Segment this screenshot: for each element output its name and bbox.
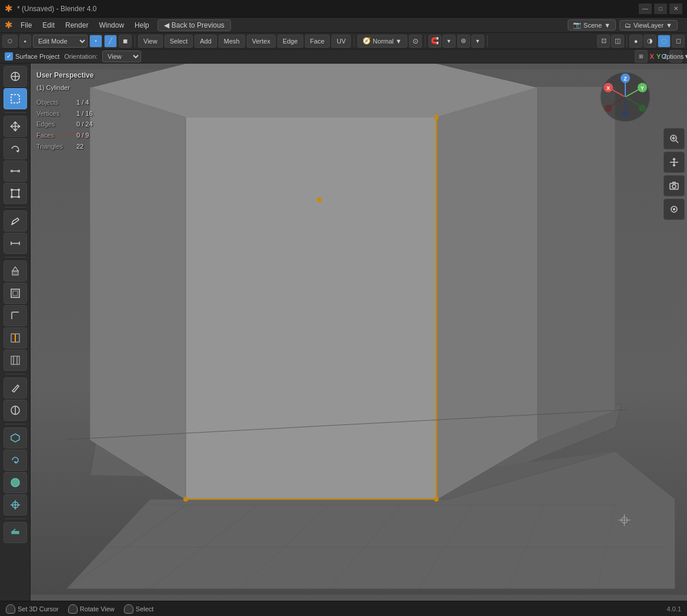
- material-shading-btn[interactable]: ◑: [644, 35, 656, 48]
- mesh-menu[interactable]: Mesh: [219, 35, 245, 48]
- scene-selector[interactable]: 📷 Scene ▼: [568, 19, 616, 31]
- svg-rect-19: [13, 291, 18, 296]
- gizmo-toggle-btn[interactable]: ⊞: [635, 50, 648, 63]
- knife-tool-btn[interactable]: [4, 377, 27, 399]
- solid-shading-btn[interactable]: ●: [629, 35, 642, 48]
- offset-edge-tool-btn[interactable]: [4, 350, 27, 371]
- shear-tool-btn[interactable]: [4, 522, 27, 543]
- options-btn[interactable]: Options ▼: [669, 50, 682, 63]
- poly-build-tool-btn[interactable]: [4, 427, 27, 448]
- title-text: * (Unsaved) - Blender 4.0: [17, 5, 96, 13]
- menu-render[interactable]: Render: [61, 20, 93, 31]
- version-label: 4.0.1: [667, 605, 681, 612]
- svg-rect-18: [11, 289, 19, 297]
- svg-text:Y: Y: [641, 85, 644, 91]
- svg-text:X: X: [606, 85, 610, 91]
- inset-tool-btn[interactable]: [4, 283, 27, 304]
- move-tool-btn[interactable]: [4, 116, 27, 137]
- vertex-menu[interactable]: Vertex: [247, 35, 276, 48]
- render-btn[interactable]: [663, 199, 685, 220]
- overlays-btn[interactable]: ⊡: [597, 35, 610, 48]
- menu-help[interactable]: Help: [130, 20, 154, 31]
- toolbar-sep-3: [5, 257, 26, 257]
- surface-project-label: Surface Project: [15, 53, 59, 60]
- svg-point-59: [434, 497, 438, 501]
- vertex-select-mode-btn[interactable]: •: [89, 35, 102, 48]
- menu-window[interactable]: Window: [94, 20, 129, 31]
- svg-rect-16: [12, 271, 18, 275]
- xray-toggle-btn[interactable]: ◫: [611, 35, 624, 48]
- surface-project-checkbox[interactable]: ✓: [5, 52, 13, 61]
- back-arrow-icon: ◀: [164, 21, 169, 29]
- svg-line-40: [66, 505, 186, 588]
- uv-menu[interactable]: UV: [331, 35, 351, 48]
- viewlayer-dropdown-icon: ▼: [666, 22, 672, 29]
- viewlayer-icon: 🗂: [625, 22, 631, 29]
- maximize-button[interactable]: □: [654, 4, 667, 14]
- viewport-3d[interactable]: User Perspective (1) Cylinder Objects 1 …: [31, 63, 687, 601]
- measure-tool-btn[interactable]: [4, 233, 27, 254]
- faces-label: Faces: [36, 130, 72, 141]
- cursor-tool-btn[interactable]: [4, 66, 27, 87]
- main-layout: User Perspective (1) Cylinder Objects 1 …: [0, 63, 687, 601]
- wireframe-shading-btn[interactable]: ◻: [672, 35, 685, 48]
- svg-point-75: [621, 517, 627, 523]
- minimize-button[interactable]: —: [639, 4, 652, 14]
- proportional-settings-btn[interactable]: ▼: [471, 35, 484, 48]
- edge-select-mode-btn[interactable]: ╱: [104, 35, 117, 48]
- rotate-tool-btn[interactable]: [4, 138, 27, 159]
- bevel-tool-btn[interactable]: [4, 305, 27, 326]
- normal-label: Normal: [373, 38, 393, 45]
- snap-settings-btn[interactable]: ▼: [443, 35, 455, 48]
- toolbar2: ⬡ ▪ Edit Mode Object Mode Sculpt Mode • …: [0, 33, 687, 49]
- menu-file[interactable]: File: [16, 20, 36, 31]
- back-to-previous-button[interactable]: ◀ Back to Previous: [157, 19, 231, 31]
- vertices-stat-row: Vertices 1 / 16: [36, 108, 93, 119]
- transform-orientation-selector[interactable]: 🧭 Normal ▼: [357, 35, 407, 48]
- menu-edit[interactable]: Edit: [38, 20, 59, 31]
- extrude-tool-btn[interactable]: [4, 260, 27, 282]
- edge-menu[interactable]: Edge: [277, 35, 303, 48]
- title-controls: — □ ✕: [639, 4, 682, 14]
- orientation-dropdown-icon: ▼: [396, 38, 402, 45]
- faces-stat-row: Faces 0 / 9: [36, 130, 93, 141]
- transform-tool-btn[interactable]: [4, 183, 27, 204]
- select-box-tool-btn[interactable]: [4, 88, 27, 109]
- edges-label: Edges: [36, 119, 72, 130]
- svg-line-65: [91, 88, 186, 118]
- snap-toggle-btn[interactable]: 🧲: [428, 35, 441, 48]
- loop-cut-tool-btn[interactable]: [4, 327, 27, 349]
- camera-btn[interactable]: [663, 175, 685, 196]
- objects-value: 1 / 4: [76, 97, 89, 108]
- mmb-icon: [68, 604, 78, 614]
- face-select-mode-btn[interactable]: ◼: [119, 35, 132, 48]
- proportional-edit-btn[interactable]: ⊚: [457, 35, 470, 48]
- zoom-in-btn[interactable]: [663, 128, 685, 149]
- annotate-tool-btn[interactable]: [4, 210, 27, 232]
- close-button[interactable]: ✕: [669, 4, 682, 14]
- pivot-point-btn[interactable]: ⊙: [409, 35, 422, 48]
- scale-tool-btn[interactable]: [4, 160, 27, 182]
- orientation-value-select[interactable]: View Global Local Normal: [102, 51, 141, 62]
- viewlayer-selector[interactable]: 🗂 ViewLayer ▼: [619, 20, 678, 31]
- select-menu[interactable]: Select: [165, 35, 193, 48]
- sep5: [626, 35, 627, 47]
- surface-project-toggle[interactable]: ✓ Surface Project: [5, 52, 59, 61]
- shrink-fatten-tool-btn[interactable]: [4, 494, 27, 515]
- navigation-gizmo[interactable]: Z Y X: [599, 71, 652, 123]
- bisect-tool-btn[interactable]: [4, 400, 27, 421]
- scene-name: Scene: [584, 22, 602, 29]
- add-menu[interactable]: Add: [195, 35, 217, 48]
- spin-tool-btn[interactable]: [4, 450, 27, 471]
- rendered-shading-btn[interactable]: ◌: [658, 35, 671, 48]
- pan-btn[interactable]: [663, 152, 685, 173]
- sep4: [487, 35, 488, 47]
- face-menu[interactable]: Face: [305, 35, 330, 48]
- smooth-tool-btn[interactable]: [4, 472, 27, 493]
- view-menu[interactable]: View: [138, 35, 163, 48]
- svg-line-43: [329, 505, 401, 588]
- toolbar3: ✓ Surface Project Orientation: View Glob…: [0, 49, 687, 63]
- svg-point-58: [183, 497, 188, 501]
- edit-mode-select[interactable]: Edit Mode Object Mode Sculpt Mode: [33, 35, 88, 48]
- svg-point-28: [11, 478, 19, 487]
